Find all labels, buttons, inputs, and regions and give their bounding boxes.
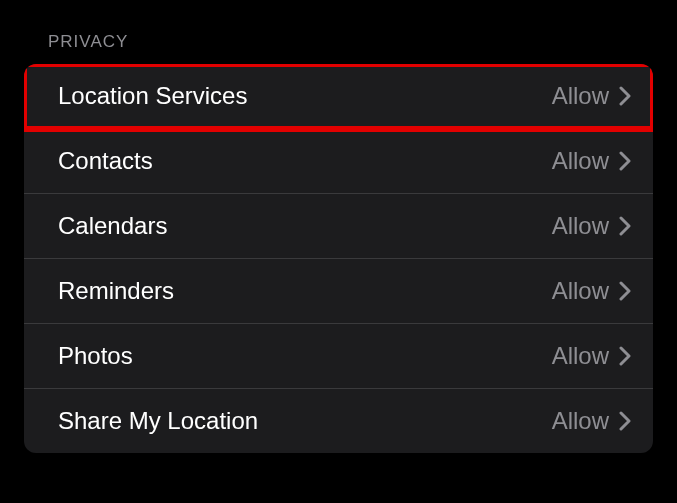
chevron-right-icon (619, 411, 631, 431)
row-contacts[interactable]: Contacts Allow (24, 129, 653, 194)
row-value: Allow (552, 277, 609, 305)
row-label: Share My Location (58, 407, 258, 435)
row-label: Location Services (58, 82, 247, 110)
row-right: Allow (552, 147, 631, 175)
row-right: Allow (552, 277, 631, 305)
row-right: Allow (552, 212, 631, 240)
row-value: Allow (552, 342, 609, 370)
chevron-right-icon (619, 151, 631, 171)
row-label: Calendars (58, 212, 167, 240)
chevron-right-icon (619, 281, 631, 301)
row-value: Allow (552, 82, 609, 110)
row-label: Reminders (58, 277, 174, 305)
chevron-right-icon (619, 216, 631, 236)
row-label: Photos (58, 342, 133, 370)
row-share-my-location[interactable]: Share My Location Allow (24, 389, 653, 453)
row-value: Allow (552, 147, 609, 175)
row-right: Allow (552, 342, 631, 370)
row-reminders[interactable]: Reminders Allow (24, 259, 653, 324)
row-right: Allow (552, 407, 631, 435)
chevron-right-icon (619, 86, 631, 106)
row-calendars[interactable]: Calendars Allow (24, 194, 653, 259)
row-value: Allow (552, 212, 609, 240)
row-right: Allow (552, 82, 631, 110)
row-location-services[interactable]: Location Services Allow (24, 64, 653, 129)
row-photos[interactable]: Photos Allow (24, 324, 653, 389)
privacy-list: Location Services Allow Contacts Allow C… (24, 64, 653, 453)
chevron-right-icon (619, 346, 631, 366)
row-label: Contacts (58, 147, 153, 175)
section-header-privacy: PRIVACY (0, 0, 677, 64)
row-value: Allow (552, 407, 609, 435)
